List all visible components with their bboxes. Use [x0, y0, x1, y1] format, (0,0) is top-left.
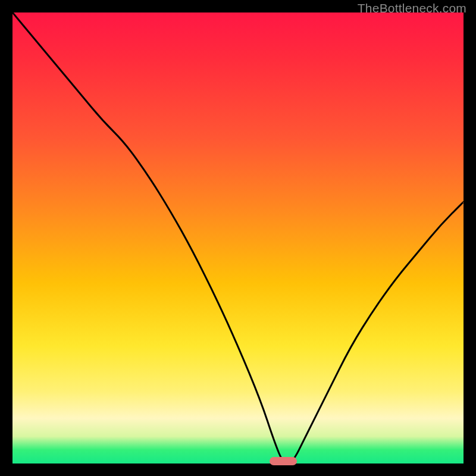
curve-path [12, 12, 464, 464]
chart-frame: TheBottleneck.com [0, 0, 476, 476]
optimal-marker [270, 457, 296, 465]
plot-area [12, 12, 464, 464]
bottleneck-curve [12, 12, 464, 464]
attribution-text: TheBottleneck.com [358, 1, 466, 15]
